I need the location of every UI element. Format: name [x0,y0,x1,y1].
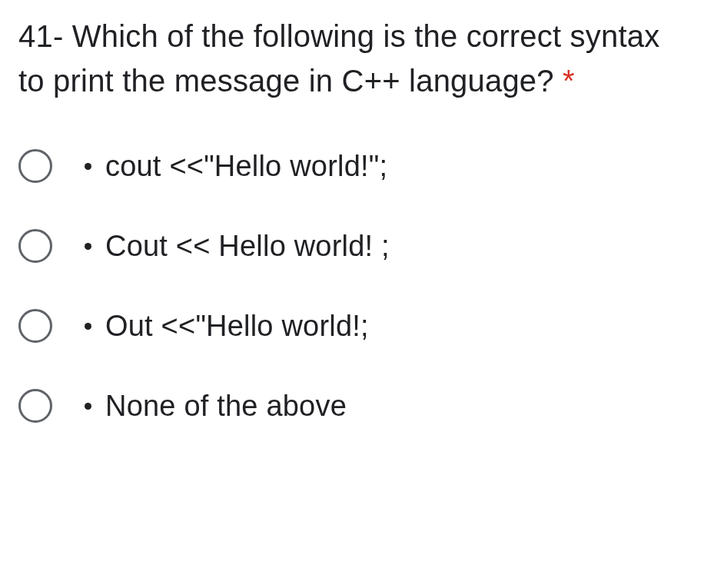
bullet-icon [85,163,91,170]
option-row[interactable]: None of the above [18,389,689,423]
option-row[interactable]: Out <<"Hello world!; [18,309,689,343]
option-label: None of the above [105,390,347,423]
option-row[interactable]: cout <<"Hello world!"; [18,149,689,183]
radio-unchecked-icon[interactable] [18,149,52,183]
option-label: cout <<"Hello world!"; [105,150,387,183]
required-asterisk: * [563,64,575,98]
radio-unchecked-icon[interactable] [18,389,52,423]
radio-unchecked-icon[interactable] [18,309,52,343]
bullet-icon [85,403,91,410]
question-number: 41- [18,19,63,53]
bullet-icon [85,243,91,250]
option-row[interactable]: Cout << Hello world! ; [18,229,689,263]
question-block: 41- Which of the following is the correc… [0,0,704,423]
question-text: 41- Which of the following is the correc… [18,14,689,103]
option-label: Cout << Hello world! ; [105,230,390,263]
option-label: Out <<"Hello world!; [105,310,369,343]
bullet-icon [85,323,91,330]
radio-unchecked-icon[interactable] [18,229,52,263]
